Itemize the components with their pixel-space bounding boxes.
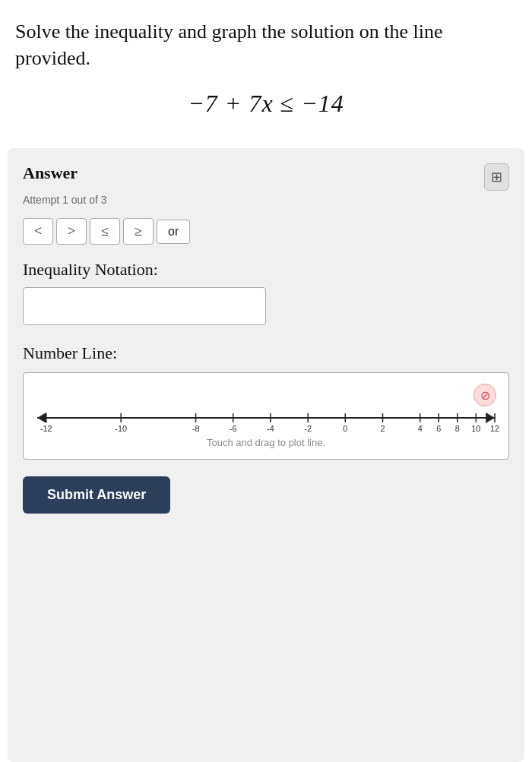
number-line-svg: -12 -10 -8 -6 -4 -2	[33, 399, 499, 437]
svg-text:6: 6	[436, 424, 441, 433]
svg-text:-2: -2	[304, 424, 312, 433]
symbol-buttons-group: < > ≤ ≥ or	[23, 218, 509, 245]
equation: −7 + 7x ≤ −14	[15, 90, 517, 118]
svg-text:4: 4	[418, 424, 423, 433]
problem-section: Solve the inequality and graph the solut…	[0, 0, 532, 141]
problem-instruction: Solve the inequality and graph the solut…	[15, 18, 517, 71]
slash-circle-icon: ⊘	[480, 388, 490, 403]
inequality-notation-label: Inequality Notation:	[23, 260, 509, 280]
answer-section: Answer ⊞ Attempt 1 out of 3 < > ≤ ≥ or I…	[8, 148, 524, 762]
svg-text:12: 12	[490, 424, 499, 433]
submit-answer-button[interactable]: Submit Answer	[23, 476, 170, 514]
svg-text:8: 8	[455, 424, 460, 433]
keyboard-icon: ⊞	[491, 169, 502, 185]
number-line-hint: Touch and drag to plot line.	[33, 437, 499, 448]
answer-title: Answer	[23, 163, 78, 183]
answer-header: Answer ⊞	[23, 163, 509, 191]
svg-text:-6: -6	[230, 424, 237, 433]
svg-text:10: 10	[471, 424, 480, 433]
svg-text:-4: -4	[267, 424, 274, 433]
clear-number-line-button[interactable]: ⊘	[473, 384, 496, 406]
svg-text:-12: -12	[40, 424, 52, 433]
inequality-notation-input[interactable]	[23, 287, 266, 325]
greater-equal-button[interactable]: ≥	[123, 218, 154, 245]
svg-text:0: 0	[343, 424, 347, 433]
number-line-label: Number Line:	[23, 343, 509, 363]
less-than-button[interactable]: <	[23, 218, 53, 245]
svg-text:-10: -10	[115, 424, 127, 433]
number-line-container[interactable]: ⊘ -12 -10	[23, 372, 509, 460]
svg-text:-8: -8	[192, 424, 200, 433]
number-line-area[interactable]: ⊘ -12 -10	[33, 381, 499, 434]
attempt-text: Attempt 1 out of 3	[23, 194, 509, 206]
less-equal-button[interactable]: ≤	[90, 218, 120, 245]
svg-text:2: 2	[380, 424, 385, 433]
or-button[interactable]: or	[157, 220, 190, 244]
greater-than-button[interactable]: >	[56, 218, 87, 245]
keyboard-toggle-button[interactable]: ⊞	[484, 163, 509, 191]
page-container: Solve the inequality and graph the solut…	[0, 0, 532, 762]
